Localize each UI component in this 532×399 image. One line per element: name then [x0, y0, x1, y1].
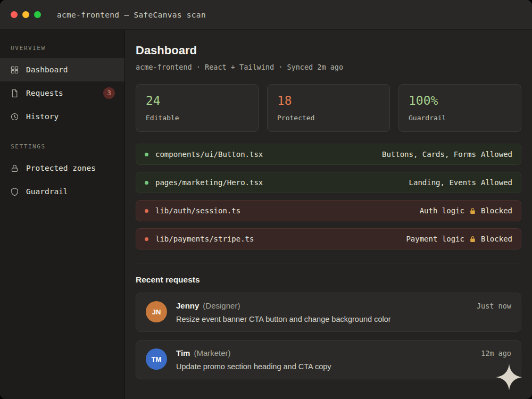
zone-detail: Buttons, Cards, Forms: [382, 150, 476, 159]
traffic-lights: [11, 11, 41, 18]
zone-meta: Buttons, Cards, Forms Allowed: [382, 150, 512, 159]
stat-card-editable: 24 Editable: [136, 84, 259, 132]
document-icon: [10, 88, 19, 98]
request-content: Jenny (Designer) Just now Resize event b…: [176, 301, 511, 323]
window-title: acme-frontend — SafeCanvas scan: [57, 11, 206, 19]
sidebar-item-guardrail[interactable]: Guardrail: [0, 180, 124, 203]
zone-detail: Landing, Events: [409, 178, 476, 187]
status-dot: [145, 153, 148, 156]
close-window-button[interactable]: [11, 11, 18, 18]
status-dot: [145, 181, 148, 185]
shield-icon: [10, 187, 19, 196]
request-header: Tim (Marketer) 12m ago: [176, 348, 511, 358]
request-card[interactable]: TM Tim (Marketer) 12m ago Update promo s…: [136, 340, 521, 379]
zone-status: Allowed: [481, 150, 512, 159]
avatar: JN: [146, 301, 167, 322]
stat-label: Protected: [277, 114, 380, 122]
requester-role: (Marketer): [194, 348, 230, 358]
lock-icon: [469, 207, 476, 214]
zoom-window-button[interactable]: [34, 11, 41, 18]
zone-meta: Payment logic Blocked: [406, 235, 512, 243]
zone-path: components/ui/Button.tsx: [155, 150, 263, 159]
app-window: acme-frontend — SafeCanvas scan OVERVIEW…: [0, 0, 532, 399]
requester-name: Tim: [176, 348, 190, 358]
grid-icon: [10, 65, 19, 74]
lock-icon: [469, 236, 476, 243]
sidebar: OVERVIEW Dashboard Requests 3 History: [0, 30, 125, 399]
sidebar-item-history[interactable]: History: [0, 105, 124, 128]
sidebar-item-label: Protected zones: [26, 164, 96, 172]
request-timestamp: Just now: [477, 302, 511, 310]
zone-row[interactable]: lib/auth/session.ts Auth logic Blocked: [136, 200, 521, 221]
titlebar: acme-frontend — SafeCanvas scan: [0, 0, 532, 30]
stats-row: 24 Editable 18 Protected 100% Guardrail: [136, 84, 521, 132]
sidebar-item-label: Guardrail: [26, 187, 68, 196]
request-card[interactable]: JN Jenny (Designer) Just now Resize even…: [136, 293, 521, 332]
zone-row[interactable]: lib/payments/stripe.ts Payment logic Blo…: [136, 228, 521, 250]
zone-status: Allowed: [481, 178, 512, 187]
stat-card-guardrail: 100% Guardrail: [398, 84, 521, 132]
stat-label: Editable: [146, 114, 248, 122]
sidebar-section-settings: SETTINGS: [0, 143, 124, 150]
request-timestamp: 12m ago: [481, 349, 511, 358]
sidebar-item-label: History: [26, 112, 59, 121]
recent-requests-heading: Recent requests: [136, 275, 521, 285]
zone-row[interactable]: pages/marketing/Hero.tsx Landing, Events…: [136, 172, 521, 193]
request-content: Tim (Marketer) 12m ago Update promo sect…: [176, 348, 511, 371]
sidebar-item-label: Dashboard: [26, 65, 68, 74]
zone-meta: Landing, Events Allowed: [409, 178, 512, 187]
zone-path: pages/marketing/Hero.tsx: [155, 178, 263, 187]
stat-value: 100%: [409, 94, 511, 107]
sidebar-section-overview: OVERVIEW: [0, 45, 124, 52]
request-message: Resize event banner CTA button and chang…: [176, 315, 511, 323]
request-message: Update promo section heading and CTA cop…: [176, 362, 511, 371]
sidebar-item-dashboard[interactable]: Dashboard: [0, 58, 124, 81]
sparkle-icon: [495, 363, 523, 392]
status-dot: [145, 237, 148, 241]
status-dot: [145, 209, 148, 213]
sidebar-item-protected-zones[interactable]: Protected zones: [0, 156, 124, 180]
stat-label: Guardrail: [409, 114, 511, 122]
sidebar-item-requests[interactable]: Requests 3: [0, 81, 124, 105]
stat-card-protected: 18 Protected: [267, 84, 390, 132]
zone-list: components/ui/Button.tsx Buttons, Cards,…: [136, 144, 521, 250]
zone-path: lib/auth/session.ts: [155, 206, 240, 215]
zone-status: Blocked: [481, 206, 512, 215]
minimize-window-button[interactable]: [22, 11, 29, 18]
avatar: TM: [146, 348, 167, 370]
requests-badge: 3: [103, 87, 115, 99]
zone-row[interactable]: components/ui/Button.tsx Buttons, Cards,…: [136, 144, 521, 165]
request-header: Jenny (Designer) Just now: [176, 301, 511, 310]
zone-status: Blocked: [481, 235, 512, 243]
zone-detail: Payment logic: [406, 235, 464, 243]
zone-path: lib/payments/stripe.ts: [155, 235, 254, 243]
main-content: Dashboard acme-frontend · React + Tailwi…: [125, 30, 532, 399]
requester-name: Jenny: [176, 301, 199, 310]
sidebar-item-label: Requests: [26, 89, 63, 97]
stat-value: 24: [146, 94, 248, 107]
requester-role: (Designer): [203, 301, 240, 310]
zone-detail: Auth logic: [420, 206, 464, 215]
section-divider: [136, 263, 521, 263]
lock-icon: [10, 163, 19, 173]
stat-value: 18: [277, 94, 380, 107]
app-body: OVERVIEW Dashboard Requests 3 History: [0, 30, 532, 399]
page-subtitle: acme-frontend · React + Tailwind · Synce…: [136, 63, 521, 71]
zone-meta: Auth logic Blocked: [420, 206, 512, 215]
clock-icon: [10, 112, 19, 121]
page-title: Dashboard: [136, 44, 521, 57]
